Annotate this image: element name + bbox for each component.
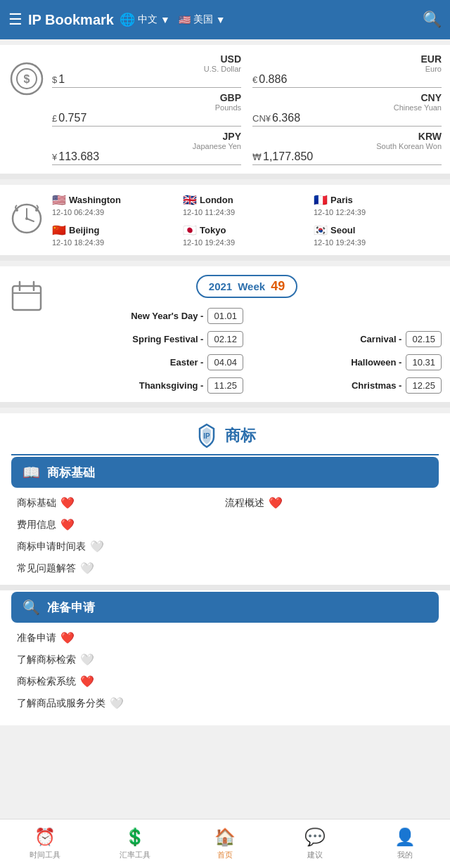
krw-value[interactable]: 1,177.850	[263, 150, 442, 163]
category-icon-0: 📖	[22, 464, 40, 481]
svg-point-6	[25, 217, 28, 220]
paris-name: Paris	[330, 195, 353, 205]
gbp-value[interactable]: 0.757	[58, 112, 241, 124]
language-label: 中文	[138, 13, 158, 26]
holiday-carnival: Carnival - 02.15	[250, 331, 442, 347]
halloween-date: 10.31	[406, 354, 442, 370]
currency-usd: USD U.S. Dollar $ 1	[52, 53, 241, 88]
clock-icon	[8, 200, 45, 237]
currency-krw: KRW South Korean Won ₩ 1,177.850	[252, 131, 442, 165]
heart-filled-icon[interactable]: ❤️	[60, 631, 75, 644]
week-label: Week	[238, 280, 265, 292]
cny-symbol: CN¥	[252, 113, 271, 124]
clock-grid: 🇺🇸 Washington 12-10 06:24:39 🇬🇧 London 1…	[52, 193, 442, 247]
tm-item-0-2-text: 费用信息	[17, 519, 56, 531]
springfestival-date: 02.12	[207, 331, 243, 347]
easter-label: Easter -	[170, 357, 204, 368]
category-label-1: 准备申请	[47, 600, 95, 616]
usd-value[interactable]: 1	[58, 73, 241, 86]
currency-cny: CNY Chinese Yuan CN¥ 6.368	[252, 92, 442, 127]
jpy-value[interactable]: 113.683	[58, 150, 241, 163]
tm-item-0-3[interactable]: 商标申请时间表 🤍	[17, 540, 225, 553]
london-flag-icon: 🇬🇧	[183, 193, 197, 207]
paris-time: 12-10 12:24:39	[314, 208, 366, 216]
tm-item-0-4-text: 常见问题解答	[17, 562, 76, 575]
tm-item-1-2[interactable]: 商标检索系统 ❤️	[17, 675, 225, 688]
trademark-logo-icon: IP	[194, 423, 219, 448]
category-header-1[interactable]: 🔍 准备申请	[11, 592, 439, 623]
holiday-thanksgiving: Thanksgiving - 11.25	[52, 377, 243, 394]
category-header-0[interactable]: 📖 商标基础	[11, 457, 439, 488]
eur-value[interactable]: 0.886	[259, 73, 442, 86]
country-label: 美国	[193, 13, 213, 26]
week-number: 49	[271, 279, 285, 294]
beijing-time: 12-10 18:24:39	[52, 238, 104, 247]
heart-empty-icon[interactable]: 🤍	[80, 653, 94, 666]
currency-section: $ USD U.S. Dollar $ 1 EUR Euro	[0, 45, 450, 174]
eur-code: EUR	[420, 53, 442, 65]
tokyo-flag-icon: 🇯🇵	[183, 224, 197, 237]
paris-flag-icon: 🇫🇷	[314, 193, 328, 207]
menu-icon[interactable]: ☰	[8, 11, 22, 29]
krw-code: KRW	[418, 131, 442, 142]
category-items-1: 准备申请 ❤️ 了解商标检索 🤍 商标检索系统 ❤️ 了解商品或服务分类 🤍	[11, 631, 439, 710]
tm-item-1-1-text: 了解商标检索	[17, 654, 76, 666]
newyear-date: 01.01	[207, 308, 243, 324]
country-selector[interactable]: 🇺🇸 美国 ▼	[179, 13, 226, 26]
tokyo-name: Tokyo	[200, 225, 226, 235]
holiday-halloween: Halloween - 10.31	[250, 354, 442, 370]
currency-grid: USD U.S. Dollar $ 1 EUR Euro € 0.886	[52, 53, 442, 165]
springfestival-label: Spring Festival -	[132, 334, 203, 344]
cny-value[interactable]: 6.368	[272, 112, 442, 124]
tm-item-1-3-text: 了解商品或服务分类	[17, 697, 105, 710]
tm-item-1-0-text: 准备申请	[17, 632, 56, 644]
holiday-newyear: New Year's Day - 01.01	[52, 308, 243, 324]
usd-code: USD	[220, 53, 241, 65]
trademark-header: IP 商标	[0, 413, 450, 454]
tm-item-0-0[interactable]: 商标基础 ❤️	[17, 496, 225, 510]
clock-section: 🇺🇸 Washington 12-10 06:24:39 🇬🇧 London 1…	[0, 185, 450, 255]
tm-item-0-4[interactable]: 常见问题解答 🤍	[17, 562, 225, 575]
trademark-title: 商标	[225, 425, 256, 446]
washington-flag-icon: 🇺🇸	[52, 193, 66, 207]
category-block-0: 📖 商标基础 商标基础 ❤️ 流程概述 ❤️ 费用信息 ❤️ 商标申请时间表 🤍	[0, 457, 450, 585]
heart-filled-icon[interactable]: ❤️	[269, 496, 283, 510]
tm-item-1-0[interactable]: 准备申请 ❤️	[17, 631, 225, 644]
city-tokyo: 🇯🇵 Tokyo 12-10 19:24:39	[183, 224, 311, 247]
carnival-label: Carnival -	[360, 334, 401, 344]
christmas-label: Christmas -	[352, 380, 402, 391]
easter-date: 04.04	[207, 354, 243, 370]
cny-name: Chinese Yuan	[394, 103, 442, 112]
heart-empty-icon[interactable]: 🤍	[110, 697, 124, 710]
heart-filled-icon[interactable]: ❤️	[80, 675, 94, 688]
tm-item-1-3[interactable]: 了解商品或服务分类 🤍	[17, 697, 225, 710]
currency-gbp: GBP Pounds £ 0.757	[52, 92, 241, 127]
country-arrow-icon: ▼	[216, 14, 226, 25]
washington-name: Washington	[69, 195, 121, 205]
calendar-year: 2021	[209, 280, 232, 292]
week-box: 2021 Week 49	[196, 275, 297, 298]
seoul-flag-icon: 🇰🇷	[314, 224, 328, 237]
heart-empty-icon[interactable]: 🤍	[90, 540, 104, 553]
jpy-name: Japanese Yen	[193, 142, 241, 150]
tm-item-0-2[interactable]: 费用信息 ❤️	[17, 518, 225, 531]
heart-filled-icon[interactable]: ❤️	[60, 518, 75, 531]
beijing-name: Beijing	[69, 225, 99, 235]
tm-item-0-1[interactable]: 流程概述 ❤️	[225, 496, 433, 510]
tm-item-1-1[interactable]: 了解商标检索 🤍	[17, 653, 225, 666]
tm-item-0-0-text: 商标基础	[17, 497, 56, 510]
category-label-0: 商标基础	[47, 465, 95, 481]
gbp-symbol: £	[52, 113, 57, 124]
tm-item-0-3-text: 商标申请时间表	[17, 540, 86, 553]
trademark-section: IP 商标 📖 商标基础 商标基础 ❤️ 流程概述 ❤️ 费用信息 ❤️ 商	[0, 413, 450, 725]
language-selector[interactable]: 🌐 中文 ▼	[120, 12, 170, 27]
svg-text:$: $	[24, 73, 30, 85]
thanksgiving-label: Thanksgiving -	[139, 380, 204, 391]
halloween-label: Halloween -	[351, 357, 401, 368]
category-icon-1: 🔍	[22, 599, 40, 616]
heart-filled-icon[interactable]: ❤️	[60, 496, 75, 510]
heart-empty-icon[interactable]: 🤍	[80, 562, 94, 575]
carnival-date: 02.15	[406, 331, 442, 347]
eur-name: Euro	[425, 65, 442, 73]
search-icon[interactable]: 🔍	[423, 11, 442, 29]
